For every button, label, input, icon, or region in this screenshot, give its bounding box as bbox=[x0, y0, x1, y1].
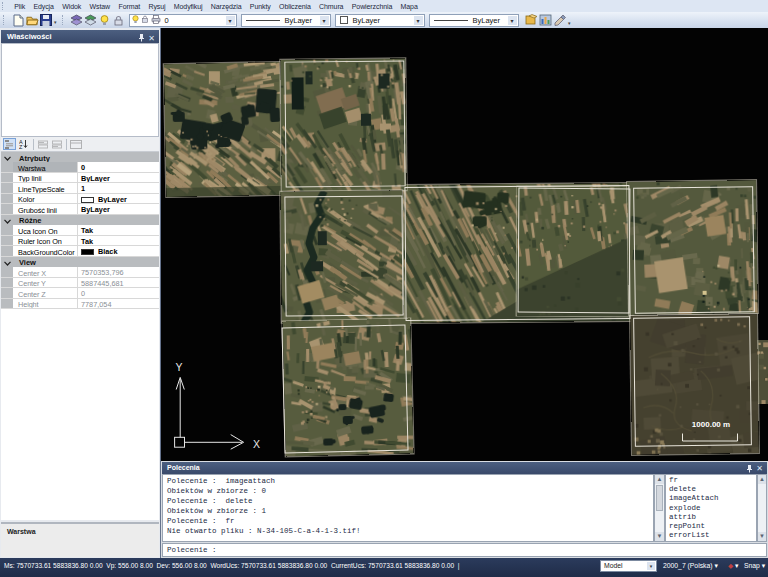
svg-text:Z: Z bbox=[19, 144, 23, 149]
svg-text:Y: Y bbox=[176, 361, 183, 373]
svg-text:X: X bbox=[253, 438, 260, 450]
